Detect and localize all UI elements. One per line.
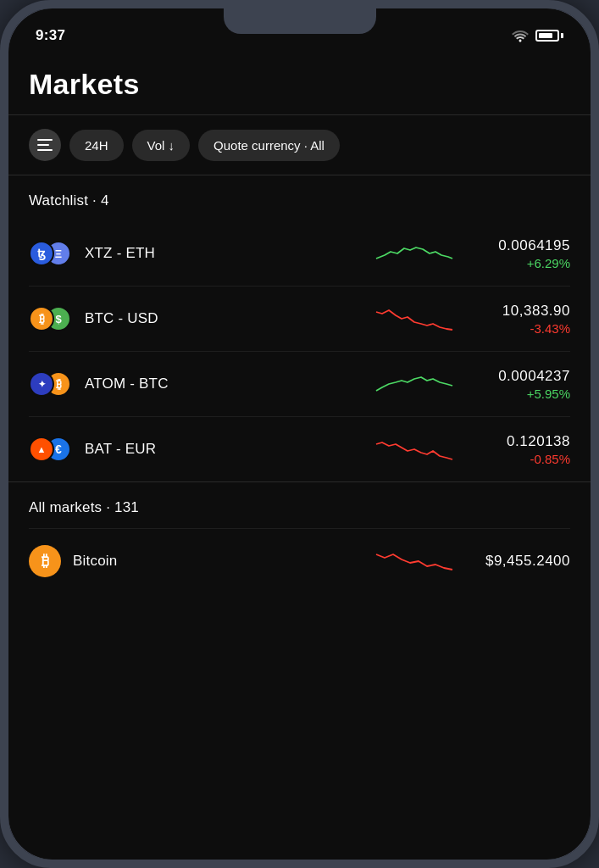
- phone-notch: [224, 8, 376, 34]
- pair-name-btc-usd: BTC - USD: [85, 310, 360, 327]
- price-btc-usd: 10,383.90: [469, 303, 570, 320]
- price-area-xtz-eth: 0.0064195 +6.29%: [469, 237, 570, 270]
- status-icons: [512, 29, 563, 42]
- hamburger-line-3: [37, 149, 53, 151]
- change-btc-usd: -3.43%: [469, 321, 570, 336]
- coin-icon-bitcoin: ₿: [29, 545, 61, 577]
- market-item-atom-btc[interactable]: ✦ ₿ ATOM - BTC 0.0004237 +5.95%: [29, 351, 570, 416]
- coin-icon-bat: ▲: [29, 437, 54, 462]
- price-xtz-eth: 0.0064195: [469, 237, 570, 254]
- filter-vol-button[interactable]: Vol ↓: [132, 130, 191, 161]
- market-item-btc-usd[interactable]: ₿ $ BTC - USD 10,383.90 -3.43%: [29, 286, 570, 351]
- price-bat-eur: 0.120138: [469, 433, 570, 450]
- price-bitcoin: $9,455.2400: [469, 553, 570, 570]
- battery-icon: [535, 30, 563, 42]
- filter-24h-button[interactable]: 24H: [69, 130, 124, 161]
- price-area-bat-eur: 0.120138 -0.85%: [469, 433, 570, 466]
- chart-bat-eur: [372, 431, 457, 468]
- pair-name-bat-eur: BAT - EUR: [85, 441, 360, 458]
- market-item-xtz-eth[interactable]: ꜩ Ξ XTZ - ETH 0.0064195 +6.29%: [29, 221, 570, 286]
- filter-bar: 24H Vol ↓ Quote currency · All: [29, 115, 570, 175]
- price-area-atom-btc: 0.0004237 +5.95%: [469, 368, 570, 401]
- coin-icon-atom: ✦: [29, 371, 54, 397]
- filter-quote-currency-button[interactable]: Quote currency · All: [198, 130, 340, 161]
- coin-name-bitcoin: Bitcoin: [73, 553, 360, 570]
- chart-atom-btc: [372, 365, 457, 403]
- hamburger-icon: [37, 139, 53, 151]
- hamburger-line-1: [37, 139, 53, 141]
- market-item-bat-eur[interactable]: ▲ € BAT - EUR 0.120138 -0.85%: [29, 416, 570, 481]
- watchlist-header: Watchlist · 4: [29, 175, 570, 221]
- content: Markets 24H Vol ↓ Quote currency · All W…: [8, 51, 591, 593]
- market-item-bitcoin[interactable]: ₿ Bitcoin $9,455.2400: [29, 528, 570, 593]
- chart-btc-usd: [372, 300, 457, 337]
- page-title: Markets: [29, 51, 570, 114]
- phone-frame: 9:37 Markets: [0, 0, 599, 868]
- filter-icon-button[interactable]: [29, 129, 61, 161]
- coin-icons-xtz-eth: ꜩ Ξ: [29, 241, 73, 266]
- coin-icon-btc: ₿: [29, 306, 54, 331]
- price-atom-btc: 0.0004237: [469, 368, 570, 385]
- status-time: 9:37: [36, 27, 65, 44]
- coin-icons-btc-usd: ₿ $: [29, 306, 73, 331]
- change-atom-btc: +5.95%: [469, 387, 570, 401]
- change-xtz-eth: +6.29%: [469, 256, 570, 270]
- coin-icon-xtz: ꜩ: [29, 241, 54, 266]
- watchlist-list: ꜩ Ξ XTZ - ETH 0.0064195 +6.29%: [29, 221, 570, 481]
- coin-icons-atom-btc: ✦ ₿: [29, 371, 73, 397]
- phone-screen: 9:37 Markets: [8, 8, 591, 860]
- change-bat-eur: -0.85%: [469, 452, 570, 466]
- all-markets-list: ₿ Bitcoin $9,455.2400: [29, 528, 570, 593]
- coin-icons-bat-eur: ▲ €: [29, 437, 73, 462]
- chart-bitcoin: [372, 542, 457, 580]
- all-markets-header: All markets · 131: [29, 482, 570, 528]
- pair-name-atom-btc: ATOM - BTC: [85, 376, 360, 392]
- wifi-icon: [512, 29, 529, 42]
- pair-name-xtz-eth: XTZ - ETH: [85, 245, 360, 262]
- price-area-btc-usd: 10,383.90 -3.43%: [469, 303, 570, 336]
- hamburger-line-2: [37, 144, 49, 146]
- chart-xtz-eth: [372, 235, 457, 272]
- price-area-bitcoin: $9,455.2400: [469, 553, 570, 570]
